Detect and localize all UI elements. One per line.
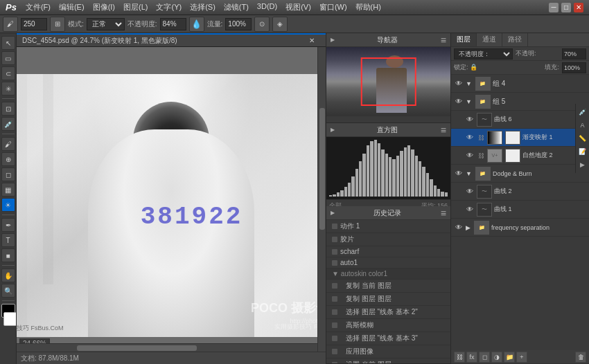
tab-channels[interactable]: 通道 [477,33,502,46]
close-button[interactable]: ✕ [574,3,583,12]
layer-dodge-burn[interactable]: 👁 ▼ 📁 Dodge & Burn [451,165,589,183]
visibility-icon[interactable]: 👁 [465,205,475,215]
canvas-tab[interactable]: DSC_4554.psd @ 24.7% (新变映射 1, 黑色蒙版/8) ✕ [17,33,326,47]
opacity-input[interactable] [562,48,586,60]
add-adjustment-btn[interactable]: ◑ [491,352,502,363]
layer-curve6[interactable]: 👁 〜 曲线 6 [451,111,589,129]
history-item[interactable]: 选择 图层 "线条 基本 2" [326,306,450,319]
link-layers-btn[interactable]: ⛓ [454,352,465,363]
group-collapse-icon[interactable]: ▼ [466,80,472,87]
layer-vibrance[interactable]: 👁 ⛓ V+ 自然地度 2 [451,147,589,165]
chain-icon[interactable]: ⛓ [477,152,485,160]
canvas-tab-close[interactable]: ✕ [309,37,315,44]
clone-stamp-tool[interactable]: ⊕ [1,152,15,166]
layer-group5[interactable]: 👁 ▼ 📁 组 5 [451,93,589,111]
history-item[interactable]: 应用图像 [326,345,450,358]
history-item[interactable]: 高斯模糊 [326,319,450,332]
history-header[interactable]: ▶ 历史记录 ≡ [326,206,450,220]
menu-window[interactable]: 窗口(W) [316,1,351,14]
stylus-btn[interactable]: ⊙ [254,17,270,32]
text-tool[interactable]: T [1,233,15,247]
history-item[interactable]: 胶片 [326,233,450,246]
minimize-button[interactable]: ─ [549,3,559,12]
group-collapse-icon[interactable]: ▶ [466,224,471,231]
menu-help[interactable]: 帮助(H) [352,1,385,14]
airbrush-btn[interactable]: 💧 [189,17,204,32]
lasso-tool[interactable]: ⊂ [1,66,15,80]
layer-curve2[interactable]: 👁 〜 曲线 2 [451,183,589,201]
add-style-btn[interactable]: fx [466,352,477,363]
maximize-button[interactable]: □ [561,3,571,12]
visibility-icon[interactable]: 👁 [465,187,475,197]
history-item[interactable]: scharf [326,246,450,257]
add-mask-btn[interactable]: ◻ [479,352,490,363]
brush-tool[interactable]: 🖌 [1,137,15,151]
hscroll-thumb[interactable] [77,345,197,351]
history-item[interactable]: 复制 图层 图层 [326,293,450,306]
dodge-tool[interactable]: ☀ [1,198,15,212]
background-color[interactable] [3,312,17,326]
menu-image[interactable]: 图像(I) [89,1,118,14]
menu-text[interactable]: 文字(Y) [152,1,185,14]
shape-tool[interactable]: ■ [1,248,15,262]
blend-mode-select[interactable]: 不透明度： [454,48,513,60]
select-rect-tool[interactable]: ▭ [1,51,15,65]
history-item[interactable]: 动作 1 [326,220,450,233]
gradient-tool[interactable]: ▦ [1,183,15,197]
visibility-icon[interactable]: 👁 [454,79,464,89]
history-item[interactable]: 复制 当前 图层 [326,280,450,293]
menu-filter[interactable]: 滤镜(T) [220,1,252,14]
navigator-header[interactable]: ▶ 导航器 ≡ [326,33,450,47]
group-collapse-icon[interactable]: ▼ [466,170,472,177]
visibility-icon[interactable]: 👁 [465,115,475,125]
eyedropper-tool[interactable]: 💉 [1,117,15,131]
canvas-hscroll[interactable] [17,343,317,352]
brush-size-input[interactable] [21,18,47,30]
new-layer-btn[interactable]: + [516,352,527,363]
eraser-tool[interactable]: ◻ [1,167,15,181]
history-item[interactable]: 选择 图层 "线条 基本 3" [326,332,450,345]
navigator-preview[interactable]: − + 24.66% [326,47,450,116]
history-item[interactable]: 设置 当前 图层 [326,358,450,363]
histogram-header[interactable]: ▶ 直方图 ≡ [326,123,450,137]
visibility-icon[interactable]: 👁 [454,223,464,233]
zoom-tool[interactable]: 🔍 [1,284,15,298]
navigator-options[interactable]: ≡ [441,35,446,46]
visibility-icon[interactable]: 👁 [454,97,464,107]
layer-curve1[interactable]: 👁 〜 曲线 1 [451,201,589,219]
flow-input[interactable] [225,18,252,30]
menu-3d[interactable]: 3D(D) [254,1,281,14]
opacity-input[interactable] [160,18,186,30]
move-tool[interactable]: ↖ [1,36,15,50]
tab-paths[interactable]: 路径 [502,33,528,46]
pen-tool[interactable]: ✒ [1,218,15,232]
vscroll-thumb[interactable] [319,108,325,230]
menu-layer[interactable]: 图层(L) [120,1,151,14]
history-item[interactable]: auto1 [326,257,450,269]
magic-wand-tool[interactable]: ✳ [1,82,15,95]
add-group-btn[interactable]: 📁 [504,352,515,363]
clone-btn[interactable]: ◈ [272,17,288,32]
fill-input[interactable] [562,62,586,73]
delete-layer-btn[interactable]: 🗑 [575,352,586,363]
layer-freq-sep[interactable]: 👁 ▶ 📁 frequency separation [451,219,589,237]
menu-edit[interactable]: 编辑(E) [55,1,88,14]
visibility-icon[interactable]: 👁 [454,169,464,179]
chain-icon[interactable]: ⛓ [477,134,485,142]
hand-tool[interactable]: ✋ [1,269,15,282]
group-collapse-icon[interactable]: ▼ [466,98,472,105]
menu-select[interactable]: 选择(S) [186,1,219,14]
canvas-content[interactable]: 381922 POCO 摄影专题 http://photo.poco.cn/ 实… [17,47,326,364]
histogram-options[interactable]: ≡ [441,125,446,136]
history-options[interactable]: ≡ [441,208,446,219]
layer-group4[interactable]: 👁 ▼ 📁 组 4 [451,75,589,93]
layer-gradient-map[interactable]: 👁 ⛓ 渐变映射 1 [451,129,589,147]
history-group-header[interactable]: ▼ autoskin color1 [326,269,450,280]
crop-tool[interactable]: ⊡ [1,102,15,116]
blend-mode-select[interactable]: 正常 [87,18,125,30]
menu-view[interactable]: 视图(V) [282,1,315,14]
visibility-icon[interactable]: 👁 [465,133,475,143]
brush-tool-icon[interactable]: 🖌 [3,17,18,32]
canvas-vscroll[interactable] [317,47,326,352]
tab-layers[interactable]: 图层 [451,33,477,46]
